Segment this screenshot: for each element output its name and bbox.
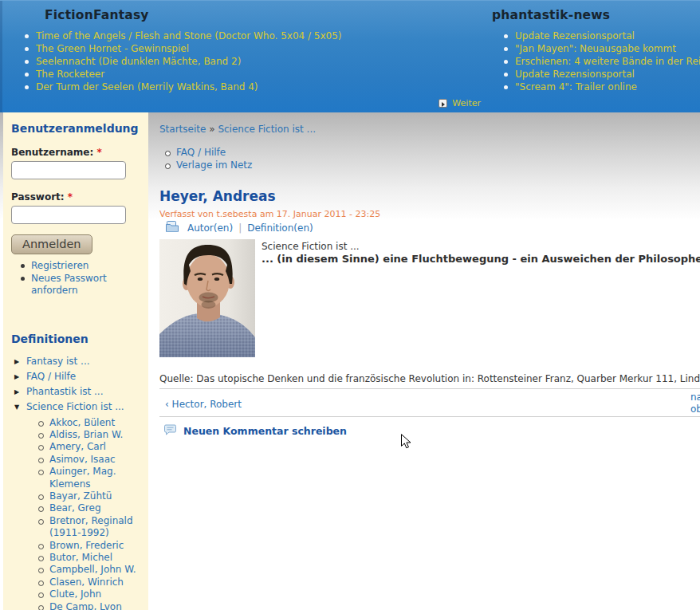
fictionfantasy-news-list: Time of the Angels / Flesh and Stone (Do… xyxy=(16,30,492,93)
quick-link[interactable]: FAQ / Hilfe xyxy=(176,147,226,158)
author-link[interactable]: Amery, Carl xyxy=(49,441,106,452)
news-item: The Green Hornet - Gewinnspiel xyxy=(25,42,492,55)
phantastik-news-title: phantastik-news xyxy=(492,8,700,22)
tree-toggle-icon[interactable]: ▶ xyxy=(14,372,26,382)
news-item: Seelennacht (Die dunklen Mächte, Band 2) xyxy=(25,55,492,68)
term-link-autoren[interactable]: Autor(en) xyxy=(187,222,233,234)
author-link[interactable]: Asimov, Isaac xyxy=(49,454,116,465)
quick-link[interactable]: Verlage im Netz xyxy=(176,159,252,171)
news-link[interactable]: "Jan Mayen": Neuausgabe kommt xyxy=(515,43,676,54)
username-label: Benutzername: * xyxy=(11,147,102,158)
definitions-title: Definitionen xyxy=(11,333,140,345)
author-link[interactable]: Butor, Michel xyxy=(49,552,112,563)
author-item: Amery, Carl xyxy=(38,441,148,453)
tree-toggle-icon[interactable]: ▶ xyxy=(14,387,26,397)
author-link[interactable]: Bretnor, Reginald (1911-1992) xyxy=(49,515,133,538)
taxonomy-terms: Autor(en) | Definition(en) xyxy=(159,222,700,234)
tree-link[interactable]: Science Fiction ist ... xyxy=(26,401,124,412)
sidebar: Benutzeranmeldung Benutzername: * Passwo… xyxy=(3,112,148,610)
author-item: Akkoc, Bülent xyxy=(38,417,148,429)
phantastik-news-list: Update Rezensionsportal "Jan Mayen": Neu… xyxy=(492,30,700,93)
article-intro: Science Fiction ist ... xyxy=(262,241,700,253)
news-item: Update Rezensionsportal xyxy=(504,68,700,81)
news-item: Time of the Angels / Flesh and Stone (Do… xyxy=(25,30,492,42)
author-link[interactable]: Auinger, Mag. Klemens xyxy=(49,466,116,489)
author-item: Clute, John xyxy=(38,588,148,600)
content-region: Benutzeranmeldung Benutzername: * Passwo… xyxy=(0,112,700,610)
news-item: "Scream 4": Trailer online xyxy=(504,81,700,93)
news-link[interactable]: Time of the Angels / Flesh and Stone (Do… xyxy=(36,30,342,41)
tree-item: ▶Phantastik ist ... xyxy=(14,387,140,397)
news-item: Update Rezensionsportal xyxy=(504,30,700,42)
login-link[interactable]: Neues Passwort anfordern xyxy=(31,273,107,297)
news-link[interactable]: "Scream 4": Trailer online xyxy=(515,81,637,92)
news-item: Erschienen: 4 weitere Bände in der Reihe xyxy=(504,55,700,68)
prev-page-link[interactable]: ‹ Hector, Robert xyxy=(165,399,242,410)
news-item: Der Turm der Seelen (Merrily Watkins, Ba… xyxy=(25,81,492,93)
new-comment-link[interactable]: Neuen Kommentar schreiben xyxy=(183,425,347,437)
header-column-phantastik-news: phantastik-news Update Rezensionsportal … xyxy=(492,1,700,108)
username-input[interactable] xyxy=(11,161,126,179)
article-quote: ... (in diesem Sinne) eine Fluchtbewegun… xyxy=(262,253,700,266)
mouse-cursor xyxy=(401,434,411,451)
author-item: Bayar, Zühtü xyxy=(38,490,148,502)
header-column-fictionfantasy: FictionFantasy Time of the Angels / Fles… xyxy=(0,1,492,108)
author-link[interactable]: Aldiss, Brian W. xyxy=(49,429,123,440)
news-link[interactable]: Update Rezensionsportal xyxy=(515,30,635,41)
folder-icon xyxy=(166,221,179,234)
site-header: FictionFantasy Time of the Angels / Fles… xyxy=(0,0,700,112)
news-link[interactable]: Update Rezensionsportal xyxy=(515,69,635,80)
definitions-block: Definitionen ▶Fantasy ist ... ▶FAQ / Hil… xyxy=(11,333,140,610)
page-title: Heyer, Andreas xyxy=(159,188,700,204)
author-link[interactable]: Bear, Greg xyxy=(49,502,101,514)
author-item: Asimov, Isaac xyxy=(38,454,148,466)
page: FictionFantasy Time of the Angels / Fles… xyxy=(0,0,700,610)
divider xyxy=(159,416,700,417)
news-link[interactable]: The Green Hornet - Gewinnspiel xyxy=(36,43,189,54)
author-item: Brown, Frederic xyxy=(38,540,148,552)
news-link[interactable]: Erschienen: 4 weitere Bände in der Reihe xyxy=(515,56,700,67)
term-link-definitionen[interactable]: Definition(en) xyxy=(247,222,313,234)
article-text: Science Fiction ist ... ... (in diesem S… xyxy=(262,239,700,357)
quick-link-item: Verlage im Netz xyxy=(165,159,700,172)
author-item: Aldiss, Brian W. xyxy=(38,429,148,441)
quick-links: FAQ / Hilfe Verlage im Netz xyxy=(165,147,700,171)
author-link[interactable]: Clute, John xyxy=(49,588,101,600)
news-link[interactable]: The Rocketeer xyxy=(36,69,104,80)
author-item: Campbell, John W. xyxy=(38,564,148,576)
author-link[interactable]: Bayar, Zühtü xyxy=(49,490,112,502)
byline: Verfasst von t.sebesta am 17. Januar 201… xyxy=(159,209,700,219)
tree-toggle-icon[interactable]: ▶ xyxy=(14,356,26,367)
weiter-link[interactable]: Weiter xyxy=(438,98,481,108)
author-item: Bretnor, Reginald (1911-1992) xyxy=(38,515,148,540)
news-link[interactable]: Seelennacht (Die dunklen Mächte, Band 2) xyxy=(36,56,241,67)
password-input[interactable] xyxy=(11,206,126,224)
login-links: Registrieren Neues Passwort anfordern xyxy=(21,260,140,297)
author-link[interactable]: De Camp, Lyon Sprague xyxy=(49,601,122,610)
tree-link[interactable]: Fantasy ist ... xyxy=(26,356,90,367)
quick-link-item: FAQ / Hilfe xyxy=(165,147,700,159)
book-navigation: ‹ Hector, Robert nach oben xyxy=(159,389,700,416)
login-link[interactable]: Registrieren xyxy=(31,260,88,271)
up-link[interactable]: nach oben xyxy=(690,392,700,415)
login-link-item: Neues Passwort anfordern xyxy=(21,273,124,297)
author-item: Bear, Greg xyxy=(38,502,148,514)
forward-icon xyxy=(438,99,447,108)
author-link[interactable]: Clasen, Winrich xyxy=(49,577,124,588)
author-link[interactable]: Brown, Frederic xyxy=(49,540,124,551)
author-link[interactable]: Campbell, John W. xyxy=(49,564,136,575)
author-item: Clasen, Winrich xyxy=(38,577,148,588)
password-label: Passwort: * xyxy=(11,191,73,203)
tree-link[interactable]: FAQ / Hilfe xyxy=(26,371,76,382)
tree-item: ▼Science Fiction ist ... xyxy=(14,402,140,412)
breadcrumb-home-link[interactable]: Startseite xyxy=(159,124,206,135)
news-item: The Rocketeer xyxy=(25,68,492,81)
author-link[interactable]: Akkoc, Bülent xyxy=(49,417,115,428)
author-list: Akkoc, Bülent Aldiss, Brian W. Amery, Ca… xyxy=(11,417,140,610)
required-marker: * xyxy=(96,147,101,158)
news-link[interactable]: Der Turm der Seelen (Merrily Watkins, Ba… xyxy=(36,81,258,92)
tree-toggle-icon[interactable]: ▼ xyxy=(14,402,26,412)
tree-link[interactable]: Phantastik ist ... xyxy=(26,386,103,397)
login-button[interactable]: Anmelden xyxy=(11,234,92,254)
login-link-item: Registrieren xyxy=(21,260,124,273)
